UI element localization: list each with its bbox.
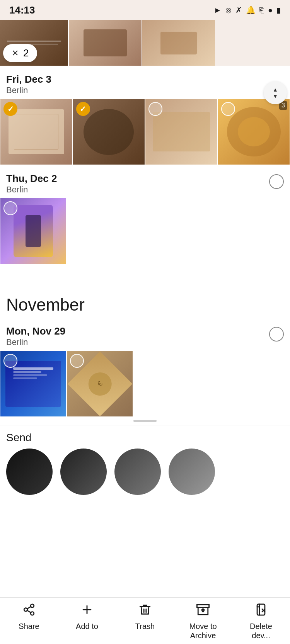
svg-line-4 xyxy=(27,607,31,609)
status-bar: 14:13 ► ◎ ✗ 🔔 ⎗ ● ▮ xyxy=(0,0,290,20)
send-section: Send xyxy=(0,425,290,500)
trash-action[interactable]: Trash xyxy=(126,603,164,631)
nov29-photo-2-check[interactable] xyxy=(70,354,84,368)
wifi-icon: ⎗ xyxy=(259,6,264,15)
mute-icon: 🔔 xyxy=(246,5,256,15)
navigation-icon: ► xyxy=(214,6,222,15)
move-to-archive-action[interactable]: Move toArchive xyxy=(184,603,222,640)
dec3-photo-3[interactable] xyxy=(145,99,218,165)
archive-icon xyxy=(196,603,210,619)
share-action[interactable]: Share xyxy=(10,603,48,631)
nov29-photo-1[interactable] xyxy=(0,350,67,417)
delete-device-action[interactable]: Deletedev... xyxy=(242,603,280,640)
share-icon xyxy=(22,603,36,619)
nov29-photo-row: € xyxy=(0,350,290,417)
nov29-section-header: Mon, Nov 29 Berlin xyxy=(0,318,290,350)
nov29-location: Berlin xyxy=(6,337,65,347)
add-to-label: Add to xyxy=(76,622,98,631)
move-to-archive-label: Move toArchive xyxy=(189,622,217,640)
dec3-photo-2[interactable]: ✓ xyxy=(73,99,145,165)
scroll-dot xyxy=(133,420,157,422)
nov29-photo-1-check[interactable] xyxy=(3,354,17,368)
dec3-photo-1[interactable]: ✓ xyxy=(0,99,73,165)
scroll-indicator xyxy=(0,417,290,425)
dec3-photo-1-check[interactable]: ✓ xyxy=(3,102,17,116)
delete-device-icon xyxy=(254,603,268,619)
dec2-photo-row xyxy=(0,198,290,270)
dec2-photo-1[interactable] xyxy=(0,198,67,264)
dec2-select-all[interactable] xyxy=(269,174,284,189)
add-to-icon xyxy=(80,603,94,619)
dec2-date-location: Thu, Dec 2 Berlin xyxy=(6,173,57,195)
dec3-location: Berlin xyxy=(6,85,51,95)
top-photos-row: ✕ 2 xyxy=(0,20,290,66)
send-avatar-3[interactable] xyxy=(114,449,161,495)
dec3-photo-2-check[interactable]: ✓ xyxy=(76,102,90,116)
svg-line-3 xyxy=(27,610,31,613)
send-avatar-2[interactable] xyxy=(60,449,107,495)
dec3-photo-3-check[interactable] xyxy=(148,102,162,116)
dec2-date: Thu, Dec 2 xyxy=(6,173,57,185)
action-items-row: Share Add to Tr xyxy=(0,603,290,640)
trash-icon xyxy=(138,603,152,619)
top-photo-2[interactable] xyxy=(68,20,142,66)
nov29-photo-2[interactable]: € xyxy=(67,350,133,417)
dec2-section-header: Thu, Dec 2 Berlin xyxy=(0,165,290,198)
signal-icon: ● xyxy=(268,6,273,15)
send-title: Send xyxy=(6,432,284,444)
delete-device-label: Deletedev... xyxy=(250,622,272,640)
status-time: 14:13 xyxy=(9,4,35,16)
nov29-date: Mon, Nov 29 xyxy=(6,325,65,337)
dec3-date: Fri, Dec 3 xyxy=(6,73,51,85)
dec2-photo-1-check[interactable] xyxy=(3,201,17,215)
dec2-location: Berlin xyxy=(6,185,57,195)
action-bar: Share Add to Tr xyxy=(0,597,290,644)
top-photo-3[interactable] xyxy=(142,20,215,66)
location-icon: ◎ xyxy=(225,6,232,14)
dec3-section-header: Fri, Dec 3 Berlin xyxy=(0,66,290,99)
share-label: Share xyxy=(19,622,39,631)
selection-count: 2 xyxy=(23,47,29,59)
nov29-select-all[interactable] xyxy=(269,327,284,342)
status-icons: ► ◎ ✗ 🔔 ⎗ ● ▮ xyxy=(214,5,281,15)
dec3-photo-4[interactable]: 3 xyxy=(218,99,290,165)
bluetooth-icon: ✗ xyxy=(235,5,242,15)
nov29-date-location: Mon, Nov 29 Berlin xyxy=(6,325,65,347)
sort-button[interactable]: ▲ ▼ xyxy=(264,81,287,104)
dec3-date-location: Fri, Dec 3 Berlin xyxy=(6,73,51,95)
battery-icon: ▮ xyxy=(276,5,281,15)
sort-down-icon: ▼ xyxy=(273,93,278,99)
main-content: ✕ 2 ▲ ▼ Fri, Dec 3 Berlin xyxy=(0,20,290,569)
svg-rect-7 xyxy=(197,605,209,607)
trash-label: Trash xyxy=(135,622,155,631)
november-label: November xyxy=(0,286,290,318)
dec3-photo-4-check[interactable] xyxy=(221,102,235,116)
send-avatars-row xyxy=(6,444,284,498)
checkmark-icon: ✓ xyxy=(7,104,14,114)
spacer-1 xyxy=(0,270,290,286)
dec3-photo-grid: ✓ ✓ xyxy=(0,99,290,165)
send-avatar-4[interactable] xyxy=(169,449,215,495)
add-to-action[interactable]: Add to xyxy=(68,603,106,631)
close-selection-icon[interactable]: ✕ xyxy=(12,48,19,58)
selection-badge[interactable]: ✕ 2 xyxy=(3,44,37,62)
send-avatar-1[interactable] xyxy=(6,449,53,495)
sort-up-icon: ▲ xyxy=(273,87,278,92)
checkmark-icon-2: ✓ xyxy=(80,104,86,114)
